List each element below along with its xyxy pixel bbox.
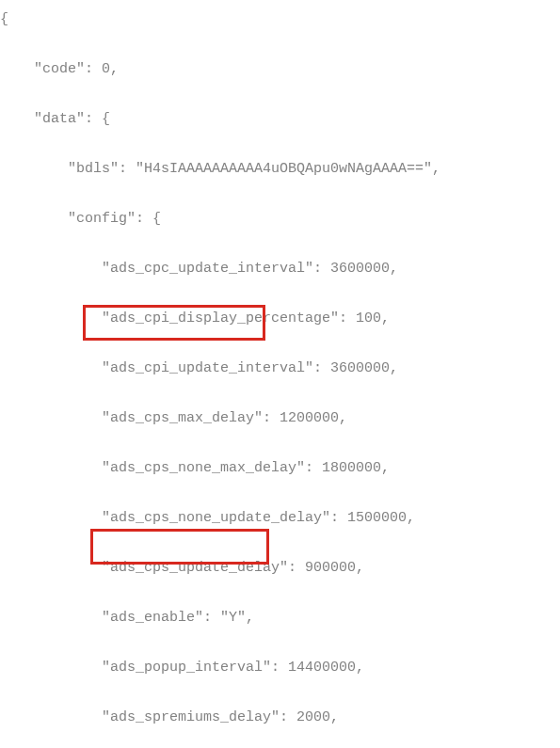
json-value: 14400000 <box>288 660 356 676</box>
code-line: "config": { <box>0 207 560 232</box>
code-line: "ads_cps_max_delay": 1200000, <box>0 406 560 432</box>
json-key: "code" <box>34 61 85 77</box>
json-key: "ads_popup_interval" <box>102 660 271 676</box>
json-key: "config" <box>68 211 136 227</box>
brace-open: { <box>0 11 8 27</box>
code-line: "ads_cps_none_max_delay": 1800000, <box>0 456 560 482</box>
json-key: "bdls" <box>68 161 119 177</box>
json-key: "ads_cps_none_max_delay" <box>102 460 305 476</box>
json-value: 100 <box>356 310 381 326</box>
code-line: "ads_popup_interval": 14400000, <box>0 656 560 681</box>
code-line: "ads_cpc_update_interval": 3600000, <box>0 257 560 282</box>
json-key: "ads_cps_update_delay" <box>102 560 288 576</box>
json-key: "ads_cpi_display_percentage" <box>102 310 339 326</box>
code-line: { <box>0 8 560 33</box>
code-line: "ads_spremiums_delay": 2000, <box>0 706 560 731</box>
json-key: "ads_cpc_update_interval" <box>102 261 313 277</box>
code-line: "ads_cps_update_delay": 900000, <box>0 556 560 581</box>
json-value: 3600000 <box>330 360 390 376</box>
code-line: "ads_cpi_update_interval": 3600000, <box>0 357 560 382</box>
code-line: "ads_cps_none_update_delay": 1500000, <box>0 506 560 532</box>
json-key: "data" <box>34 111 85 127</box>
json-key: "ads_cpi_update_interval" <box>102 360 313 376</box>
code-line: "ads_cpi_display_percentage": 100, <box>0 307 560 332</box>
json-code-block: { "code": 0, "data": { "bdls": "H4sIAAAA… <box>0 0 560 748</box>
json-value: "Y" <box>220 610 246 626</box>
json-value: 2000 <box>296 709 330 725</box>
json-value: "H4sIAAAAAAAAAA4uOBQApu0wNAgAAAA==" <box>136 161 432 177</box>
code-line-ads-enable: "ads_enable": "Y", <box>0 606 560 631</box>
code-line: "data": { <box>0 107 560 133</box>
json-value: 900000 <box>305 560 356 576</box>
code-line: "bdls": "H4sIAAAAAAAAAA4uOBQApu0wNAgAAAA… <box>0 157 560 183</box>
json-key: "ads_cps_none_update_delay" <box>102 510 330 526</box>
code-line: "code": 0, <box>0 57 560 83</box>
json-key: "ads_spremiums_delay" <box>102 709 280 725</box>
json-key: "ads_enable" <box>102 610 203 626</box>
json-value: 0 <box>102 61 110 77</box>
json-value: 3600000 <box>330 261 390 277</box>
json-key: "ads_cps_max_delay" <box>102 410 263 426</box>
json-value: 1500000 <box>347 510 407 526</box>
json-value: 1800000 <box>322 460 381 476</box>
json-value: 1200000 <box>280 410 339 426</box>
